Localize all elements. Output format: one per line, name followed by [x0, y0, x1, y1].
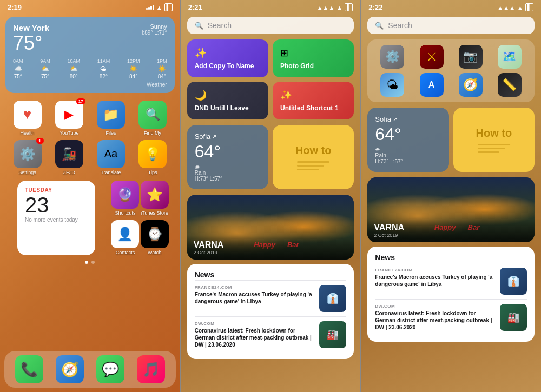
wifi-icon-2: ▲: [337, 4, 342, 11]
weather-widget-1[interactable]: New York 75° Sunny H:89° L:71° 8AM☁️75° …: [5, 17, 175, 93]
add-copy-icon: ✨: [195, 47, 261, 59]
howto-line-3-1: [478, 144, 510, 145]
watch-icon: ⌚: [141, 220, 169, 248]
app-translate[interactable]: Aa Translate: [92, 140, 129, 175]
weather-hl-2: H:73° L:57°: [195, 176, 261, 182]
status-icons-1: ▲ ▌: [146, 3, 173, 11]
app-row-shortcuts: 🔮 Shortcuts ⭐ iTunes Store: [108, 181, 171, 216]
search-icon-3: 🔍: [375, 22, 384, 30]
app-files[interactable]: 📁 Files: [92, 101, 129, 136]
varna-title-3: VARNA: [374, 223, 528, 232]
news-header-2: News: [195, 270, 347, 279]
photo-grid-icon: ⊞: [280, 47, 346, 59]
appstore-icon-3: A: [420, 73, 444, 97]
signal-1: [146, 5, 154, 10]
translate-icon: Aa: [97, 140, 125, 168]
dock-music[interactable]: 🎵: [137, 355, 165, 383]
app-settings[interactable]: ⚙️ 1 Settings: [9, 140, 46, 175]
weather-cloud-icon: 🌧: [195, 164, 261, 170]
app-zf3d[interactable]: 🚂 ZF3D: [50, 140, 88, 175]
news-header-3: News: [375, 253, 527, 262]
weather-temp-3: 64°: [375, 124, 441, 144]
time-2: 2:21: [188, 3, 202, 11]
app-camera-3[interactable]: 📷: [459, 45, 483, 69]
app-maps-3[interactable]: 🗺️: [498, 45, 522, 69]
howto-widget-2[interactable]: How to: [273, 125, 354, 189]
weather-condition-1: Sunny: [139, 23, 167, 30]
app-health[interactable]: ♥ Health: [9, 101, 46, 136]
app-safari-3[interactable]: 🧭: [459, 73, 483, 97]
search-bar-2[interactable]: 🔍 Search: [187, 17, 354, 34]
varna-card-3[interactable]: Happy Bar VARNA 2 Oct 2019: [367, 177, 535, 242]
howto-line-3-2: [478, 148, 505, 149]
cal-day: TUESDAY: [25, 187, 88, 193]
app-settings-3[interactable]: ⚙️: [380, 45, 404, 69]
shortcut-add-copy[interactable]: ✨ Add Copy To Name: [187, 39, 268, 77]
youtube-badge: 17: [76, 98, 85, 104]
weather-howto-2: Sofia ↗ 64° 🌧 Rain H:73° L:57° How to: [187, 125, 354, 189]
youtube-label: YouTube: [60, 130, 78, 136]
findmy-icon: 🔍: [138, 101, 167, 129]
game-icon-3: ⚔: [420, 45, 444, 69]
zf3d-icon: 🚂: [55, 140, 83, 168]
app-itunes[interactable]: ⭐ iTunes Store: [141, 181, 169, 216]
status-icons-3: ▲▲▲ ▲ ▌: [497, 3, 533, 11]
itunes-icon: ⭐: [141, 181, 169, 209]
calendar-widget[interactable]: TUESDAY 23 No more events today: [17, 181, 95, 255]
news-item-1[interactable]: FRANCE24.COM France's Macron accuses Tur…: [195, 280, 347, 316]
signal-icon-3: ▲▲▲: [497, 4, 515, 11]
news-widget-3[interactable]: News FRANCE24.COM France's Macron accuse…: [367, 247, 535, 342]
app-youtube[interactable]: ▶ 17 YouTube: [50, 101, 88, 136]
maps-icon-3: 🗺️: [498, 45, 522, 69]
app-watch[interactable]: ⌚ Watch: [141, 220, 169, 255]
news-item-3-1[interactable]: FRANCE24.COM France's Macron accuses Tur…: [375, 263, 527, 299]
findmy-label: Find My: [144, 130, 161, 136]
app-appstore-3[interactable]: A: [420, 73, 444, 97]
app-row-2: ⚙️ 1 Settings 🚂 ZF3D Aa Translate 💡 Tips: [0, 138, 180, 177]
app-contacts[interactable]: 👤 Contacts: [111, 220, 139, 255]
news-widget-2[interactable]: News FRANCE24.COM France's Macron accuse…: [187, 264, 354, 359]
app-row-1: ♥ Health ▶ 17 YouTube 📁 Files 🔍 Find My: [0, 96, 180, 138]
battery-icon-3: ▌: [525, 3, 533, 11]
app-tips[interactable]: 💡 Tips: [134, 140, 171, 175]
shortcut-photo-grid[interactable]: ⊞ Photo Grid: [273, 39, 354, 77]
varna-title-2: VARNA: [194, 240, 348, 250]
bar2: [148, 7, 150, 10]
news-item-2[interactable]: DW.COM Coronavirus latest: Fresh lockdow…: [195, 316, 347, 353]
weather-desc-3: Rain: [375, 152, 441, 158]
howto-widget-3[interactable]: How to: [453, 108, 535, 172]
untitled-icon: ✨: [280, 89, 346, 101]
app-shortcuts[interactable]: 🔮 Shortcuts: [111, 181, 139, 216]
varna-card-2[interactable]: Happy Bar VARNA 2 Oct 2019: [187, 195, 354, 260]
howto-line-3-3: [478, 151, 499, 153]
app-findmy[interactable]: 🔍 Find My: [134, 101, 171, 136]
app-game-3[interactable]: ⚔: [420, 45, 444, 69]
dock-phone[interactable]: 📞: [15, 355, 43, 383]
weather-temp-1: 75°: [13, 32, 49, 54]
weather-cloud-icon-3: 🌧: [375, 147, 441, 152]
news-img-3-1: 👔: [500, 268, 527, 295]
right-apps: 🔮 Shortcuts ⭐ iTunes Store 👤 Contacts ⌚ …: [108, 181, 171, 255]
weather-left-2[interactable]: Sofia ↗ 64° 🌧 Rain H:73° L:57°: [187, 125, 268, 189]
search-bar-3[interactable]: 🔍 Search: [367, 17, 535, 34]
status-bar-1: 2:19 ▲ ▌: [0, 0, 180, 14]
dock-safari[interactable]: 🧭: [56, 355, 84, 383]
app-row-contacts: 👤 Contacts ⌚ Watch: [108, 220, 171, 255]
howto-line-1: [297, 161, 329, 163]
weather-city-3: Sofia ↗: [375, 115, 441, 123]
shortcut-dnd[interactable]: 🌙 DND Until I Leave: [187, 82, 268, 119]
page-dots-1: [0, 261, 180, 264]
app-weather-3[interactable]: 🌤: [380, 73, 404, 97]
news-img-1: 👔: [319, 285, 346, 312]
varna-overlay-3: VARNA 2 Oct 2019: [367, 218, 535, 242]
dock-messages[interactable]: 💬: [96, 355, 124, 383]
app-ruler-3[interactable]: 📏: [498, 73, 522, 97]
camera-icon-3: 📷: [459, 45, 483, 69]
weather-hourly-1: 8AM☁️75° 9AM⛅75° 10AM⛅80° 11AM🌤82° 12PM☀…: [13, 58, 167, 79]
shortcut-untitled[interactable]: ✨ Untitled Shortcut 1: [273, 82, 354, 119]
news-item-3-2[interactable]: DW.COM Coronavirus latest: Fresh lockdow…: [375, 299, 527, 335]
dnd-icon: 🌙: [195, 89, 261, 101]
weather-left-3[interactable]: Sofia ↗ 64° 🌧 Rain H:73° L:57°: [367, 108, 448, 172]
apps-row-1: ⚙️ ⚔ 📷 🗺️: [373, 45, 529, 69]
howto-line-3: [297, 169, 319, 170]
